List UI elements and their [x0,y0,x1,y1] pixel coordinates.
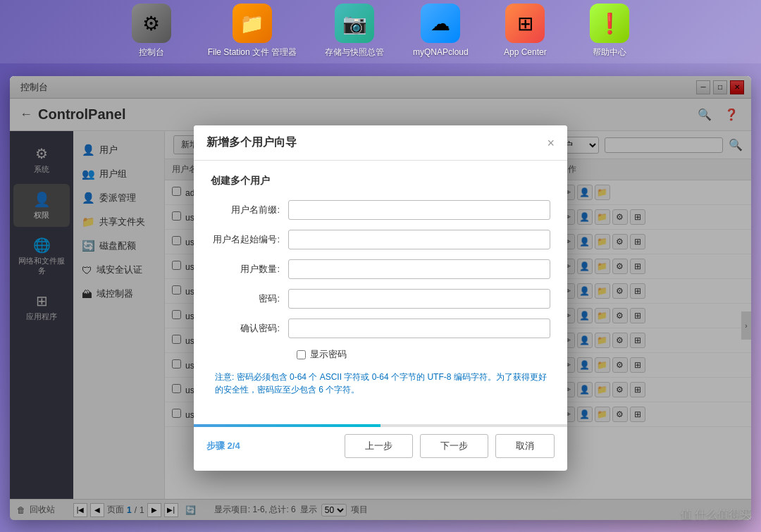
dock-item-help[interactable]: ❗ 帮助中心 [581,4,638,58]
form-row-password: 密码: [211,289,550,309]
main-window: 控制台 ─ □ ✕ ← ControlPanel 🔍 ❓ ⚙ 系统 👤 权限 [10,76,751,520]
modal-body: 创建多个用户 用户名前缀: 用户名起始编号: 用户数量: 密码: [194,161,567,424]
show-password-row: 显示密码 [297,348,550,361]
label-confirm: 确认密码: [211,322,288,335]
dock-item-appcenter[interactable]: ⊞ App Center [497,4,553,58]
kongzhitai-label: 控制台 [139,47,164,58]
form-row-count: 用户数量: [211,259,550,279]
help-label: 帮助中心 [593,47,626,58]
modal-title: 新增多个用户向导 [206,135,297,150]
modal-header: 新增多个用户向导 × [194,125,567,161]
form-row-prefix: 用户名前缀: [211,200,550,220]
input-start-num[interactable] [288,230,550,249]
input-count[interactable] [288,259,550,279]
appcenter-icon: ⊞ [505,4,545,43]
progress-bar-container [194,424,567,427]
filestation-label: File Station 文件 管理器 [208,47,297,58]
dock-item-kongzhitai[interactable]: ⚙ 控制台 [123,4,180,58]
storage-icon: 📷 [335,4,374,43]
form-row-confirm: 确认密码: [211,318,550,338]
help-icon: ❗ [590,4,629,43]
step-indicator: 步骤 2/4 [206,440,240,452]
next-step-button[interactable]: 下一步 [420,434,488,458]
myqnap-label: myQNAPcloud [413,47,469,58]
show-password-checkbox[interactable] [297,350,306,359]
dock-item-filestation[interactable]: 📁 File Station 文件 管理器 [208,4,297,58]
modal-dialog: 新增多个用户向导 × 创建多个用户 用户名前缀: 用户名起始编号: 用户数量: [194,125,567,471]
label-count: 用户数量: [211,263,288,276]
input-confirm-password[interactable] [288,318,550,338]
footer-buttons: 上一步 下一步 取消 [345,434,555,458]
input-prefix[interactable] [288,200,550,220]
storage-label: 存储与快照总管 [325,47,384,58]
label-start: 用户名起始编号: [211,233,288,246]
dock-item-myqnap[interactable]: ☁ myQNAPcloud [412,4,469,58]
modal-overlay: 新增多个用户向导 × 创建多个用户 用户名前缀: 用户名起始编号: 用户数量: [10,76,751,520]
kongzhitai-icon: ⚙ [132,4,171,43]
form-row-start: 用户名起始编号: [211,230,550,249]
myqnap-icon: ☁ [421,4,460,43]
note-text: 注意: 密码必须包含 0-64 个 ASCII 字符或 0-64 个字节的 UT… [215,371,550,396]
progress-bar-fill [194,424,380,427]
prev-step-button[interactable]: 上一步 [345,434,413,458]
label-password: 密码: [211,292,288,305]
section-title: 创建多个用户 [211,175,550,187]
input-password[interactable] [288,289,550,309]
show-password-label: 显示密码 [310,348,347,361]
dock-bar: ⚙ 控制台 📁 File Station 文件 管理器 📷 存储与快照总管 ☁ … [0,0,761,63]
filestation-icon: 📁 [233,4,272,43]
cancel-button[interactable]: 取消 [495,434,555,458]
dock-item-storage[interactable]: 📷 存储与快照总管 [325,4,384,58]
modal-close-button[interactable]: × [547,137,555,149]
appcenter-label: App Center [504,47,547,58]
modal-footer: 步骤 2/4 上一步 下一步 取消 [194,427,567,471]
label-prefix: 用户名前缀: [211,204,288,216]
